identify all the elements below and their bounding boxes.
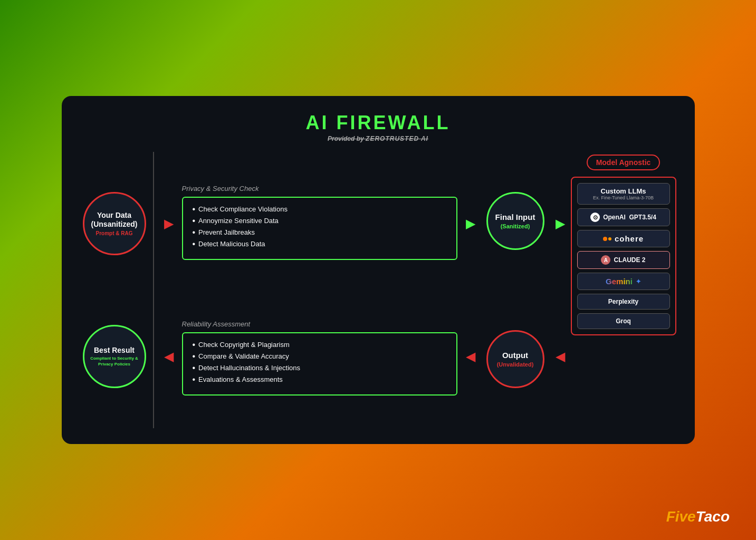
model-gemini[interactable]: Gemini ✦	[577, 273, 670, 290]
reliability-item-4: Evaluations & Assessments	[193, 375, 447, 384]
arrow-right-top: ▶	[164, 216, 174, 231]
reliability-check-box: Check Copyright & Plagiarism Compare & V…	[182, 332, 457, 396]
center-circles: Final Input (Sanitized) Output (Unvalida…	[481, 152, 550, 428]
final-input-sub: (Sanitized)	[501, 223, 530, 229]
claude-icon: A	[601, 255, 610, 265]
left-arrows: ▶ ◀	[158, 152, 179, 428]
privacy-item-3: Prevent Jailbreaks	[193, 228, 447, 237]
arrow-from-output: ◀	[466, 349, 475, 364]
reliability-label: Reliability Assessment	[182, 320, 457, 328]
gemini-star-icon: ✦	[636, 278, 641, 285]
model-claude[interactable]: A CLAUDE 2	[577, 251, 670, 269]
groq-label: Groq	[616, 317, 631, 325]
arrow-from-models: ◀	[556, 349, 565, 364]
reliability-item-2: Compare & Validate Accuracy	[193, 352, 447, 361]
header: AI FIREWALL Provided by ZEROTRUSTED AI	[80, 112, 676, 142]
checks-column: Privacy & Security Check Check Complianc…	[179, 152, 460, 428]
cohere-icon	[603, 237, 611, 241]
custom-llms-label: Custom LLMs	[593, 187, 654, 195]
model-groq[interactable]: Groq	[577, 313, 670, 329]
model-agnostic-badge: Model Agnostic	[587, 155, 661, 170]
output-sub: (Unvalidated)	[497, 361, 534, 368]
arrow-to-models: ▶	[556, 216, 565, 231]
fivetaco-name1: Five	[666, 508, 696, 525]
model-openai[interactable]: ⊙ OpenAI GPT3.5/4	[577, 208, 670, 226]
subtitle: Provided by ZEROTRUSTED AI	[80, 135, 676, 142]
right-arrows: ▶ ◀	[550, 152, 571, 428]
fivetaco-brand: FiveTaco	[666, 508, 730, 525]
cohere-label: cohere	[615, 234, 644, 243]
privacy-list: Check Compliance Violations Annoymize Se…	[193, 205, 447, 248]
divider	[153, 152, 154, 428]
arrow-to-final: ▶	[466, 216, 475, 231]
left-nodes: Your Data (Unsanitized) Prompt & RAG Bes…	[80, 152, 149, 428]
model-custom-llms[interactable]: Custom LLMs Ex. Fine-Tuned Llama-3-70B	[577, 183, 670, 205]
main-card: AI FIREWALL Provided by ZEROTRUSTED AI Y…	[62, 96, 695, 444]
claude-label: CLAUDE 2	[614, 256, 645, 264]
arrow-left-bottom: ◀	[164, 349, 174, 364]
final-input-title: Final Input	[495, 213, 535, 221]
privacy-item-4: Detect Malicious Data	[193, 240, 447, 248]
reliability-section: Reliability Assessment Check Copyright &…	[182, 320, 457, 396]
privacy-check-box: Check Compliance Violations Annoymize Se…	[182, 197, 457, 260]
main-title: AI FIREWALL	[80, 112, 676, 134]
privacy-label: Privacy & Security Check	[182, 185, 457, 192]
your-data-subtitle: Prompt & RAG	[96, 230, 133, 236]
openai-label: OpenAI GPT3.5/4	[603, 214, 656, 221]
final-input-node: Final Input (Sanitized)	[486, 192, 544, 250]
reliability-item-3: Detect Hallucinations & Injections	[193, 364, 447, 372]
brand-text: ZEROTRUSTED AI	[366, 135, 428, 142]
reliability-list: Check Copyright & Plagiarism Compare & V…	[193, 341, 447, 384]
best-result-node: Best Result Compliant to Security & Priv…	[83, 325, 146, 388]
diagram: Your Data (Unsanitized) Prompt & RAG Bes…	[80, 152, 676, 428]
reliability-item-1: Check Copyright & Plagiarism	[193, 341, 447, 349]
output-title: Output	[502, 351, 528, 360]
model-cohere[interactable]: cohere	[577, 230, 670, 247]
privacy-section: Privacy & Security Check Check Complianc…	[182, 185, 457, 260]
your-data-title: Your Data (Unsanitized)	[91, 211, 138, 229]
your-data-node: Your Data (Unsanitized) Prompt & RAG	[83, 192, 146, 255]
model-perplexity[interactable]: Perplexity	[577, 294, 670, 310]
models-container: Custom LLMs Ex. Fine-Tuned Llama-3-70B ⊙…	[571, 177, 676, 335]
output-node: Output (Unvalidated)	[486, 330, 544, 388]
privacy-item-1: Check Compliance Violations	[193, 205, 447, 214]
perplexity-label: Perplexity	[608, 298, 638, 305]
fivetaco-name2: Taco	[696, 508, 730, 525]
openai-icon: ⊙	[590, 213, 600, 222]
gemini-label: Gemini	[606, 277, 633, 286]
best-result-sub: Compliant to Security & Privacy Policies	[90, 356, 138, 367]
custom-llms-sublabel: Ex. Fine-Tuned Llama-3-70B	[593, 195, 654, 200]
right-models: Model Agnostic Custom LLMs Ex. Fine-Tune…	[571, 152, 676, 428]
center-arrows: ▶ ◀	[460, 152, 481, 428]
privacy-item-2: Annoymize Sensitive Data	[193, 217, 447, 225]
best-result-title: Best Result	[94, 346, 135, 354]
